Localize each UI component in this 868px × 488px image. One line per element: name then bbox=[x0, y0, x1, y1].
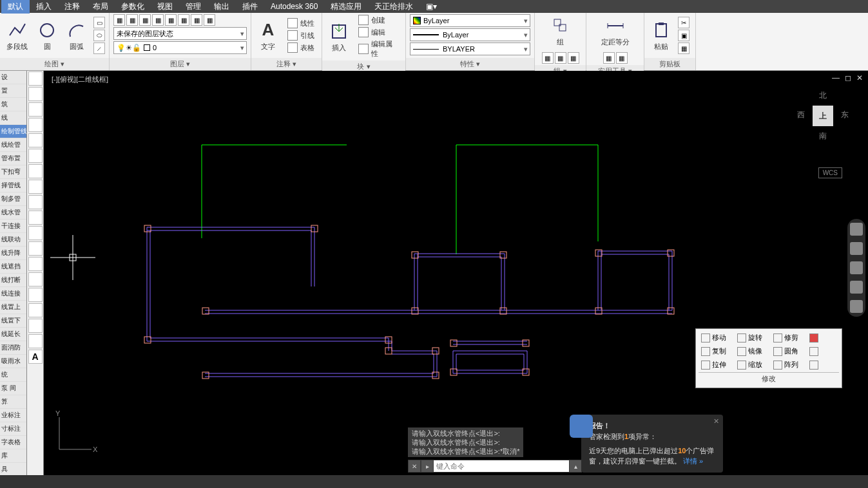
revision-cloud-icon[interactable] bbox=[28, 180, 43, 194]
layer-tool-icon[interactable]: ▦ bbox=[165, 14, 177, 26]
util-small-button[interactable]: ▦ bbox=[603, 52, 615, 64]
hatch-tool-icon[interactable] bbox=[28, 288, 43, 302]
array-button[interactable]: 阵列 bbox=[771, 359, 803, 371]
sidebar-item[interactable]: 线水管 bbox=[0, 206, 26, 220]
menu-item[interactable]: Autodesk 360 bbox=[264, 1, 324, 12]
layer-state-combo[interactable]: 未保存的图层状态 bbox=[113, 27, 247, 40]
menu-item[interactable]: 插件 bbox=[236, 0, 264, 14]
gradient-tool-icon[interactable] bbox=[28, 303, 43, 317]
match-icon[interactable]: ▦ bbox=[678, 42, 690, 54]
menu-item[interactable]: 注释 bbox=[58, 0, 86, 14]
construction-line-icon[interactable] bbox=[28, 87, 43, 101]
menu-item[interactable]: 管理 bbox=[179, 0, 207, 14]
table-button[interactable]: 表格 bbox=[285, 42, 317, 53]
zoom-icon[interactable] bbox=[850, 261, 863, 274]
util-small-button[interactable]: ▦ bbox=[616, 52, 628, 64]
popup-close-icon[interactable]: ✕ bbox=[713, 417, 719, 426]
sidebar-item[interactable]: 制多管 bbox=[0, 192, 26, 206]
menu-item[interactable]: 默认 bbox=[1, 0, 30, 14]
polygon-tool-icon[interactable] bbox=[28, 118, 43, 132]
pan-icon[interactable] bbox=[850, 242, 863, 255]
circle-button[interactable]: 圆 bbox=[34, 19, 60, 53]
viewcube-south[interactable]: 南 bbox=[819, 131, 827, 142]
move-button[interactable]: 移动 bbox=[699, 332, 731, 344]
sidebar-item[interactable]: 线打断 bbox=[0, 274, 26, 287]
sidebar-item[interactable]: 线 bbox=[0, 111, 26, 125]
ellipse-arc-icon[interactable] bbox=[28, 226, 43, 240]
sidebar-item[interactable]: 业标注 bbox=[0, 409, 26, 422]
viewcube-east[interactable]: 东 bbox=[841, 109, 849, 120]
orbit-icon[interactable] bbox=[850, 281, 863, 294]
current-layer-combo[interactable]: 💡 ☀ 🔓 0 bbox=[113, 41, 247, 54]
rotate-button[interactable]: 旋转 bbox=[735, 332, 767, 344]
insert-block-button[interactable]: 插入 bbox=[326, 20, 352, 54]
menu-item[interactable]: 布局 bbox=[86, 0, 115, 14]
leader-button[interactable]: 引线 bbox=[285, 30, 317, 41]
circle-tool-icon[interactable] bbox=[28, 164, 43, 178]
sidebar-item[interactable]: 线联动 bbox=[0, 233, 26, 247]
group-small-button[interactable]: ▦ bbox=[568, 52, 579, 64]
scale-button[interactable]: 缩放 bbox=[735, 359, 767, 371]
edit-attr-button[interactable]: 编辑属性 bbox=[356, 39, 401, 59]
sidebar-item[interactable]: 吸雨水 bbox=[0, 355, 26, 368]
cmd-recent-icon[interactable]: ▸ bbox=[421, 460, 433, 472]
panel-title[interactable]: 特性 ▾ bbox=[406, 58, 534, 70]
sidebar-item[interactable]: 设 bbox=[0, 71, 26, 84]
ellipse-tool-icon[interactable] bbox=[28, 211, 43, 225]
sidebar-item[interactable]: 寸标注 bbox=[0, 422, 26, 436]
wcs-label[interactable]: WCS bbox=[818, 167, 842, 178]
popup-details-link[interactable]: 详情 » bbox=[683, 457, 703, 465]
view-cube[interactable]: 北 南 西 东 上 bbox=[797, 90, 849, 142]
copy-button[interactable]: 复制 bbox=[699, 345, 731, 357]
fillet-button[interactable]: 圆角 bbox=[771, 345, 803, 357]
create-block-button[interactable]: 创建 bbox=[356, 14, 401, 26]
group-small-button[interactable]: ▦ bbox=[555, 52, 566, 64]
sidebar-item[interactable]: 库 bbox=[0, 449, 26, 463]
insert-block-icon[interactable] bbox=[28, 241, 43, 256]
drawing-canvas[interactable]: [-][俯视][二维线框] — ◻ ✕ bbox=[44, 71, 868, 475]
sidebar-item[interactable]: 统 bbox=[0, 368, 26, 382]
color-combo[interactable]: ByLayer bbox=[410, 14, 530, 27]
draw-small-button[interactable]: ⬭ bbox=[93, 30, 105, 41]
showmotion-icon[interactable] bbox=[850, 300, 863, 313]
menu-item[interactable]: 天正给排水 bbox=[368, 0, 420, 14]
sidebar-item[interactable]: 线置下 bbox=[0, 314, 26, 328]
cmd-expand-icon[interactable]: ▴ bbox=[570, 460, 581, 472]
arc-tool-icon[interactable] bbox=[28, 149, 43, 163]
layer-tool-icon[interactable]: ▦ bbox=[139, 14, 151, 26]
trim-button[interactable]: 修剪 bbox=[771, 332, 803, 344]
menu-item[interactable]: 插入 bbox=[30, 0, 58, 14]
group-button[interactable]: 组 bbox=[548, 14, 574, 48]
line-tool-icon[interactable] bbox=[28, 71, 43, 86]
menu-item[interactable]: 输出 bbox=[207, 0, 236, 14]
text-button[interactable]: A 文字 bbox=[255, 19, 281, 53]
sidebar-item[interactable]: 字表格 bbox=[0, 436, 26, 449]
lineweight-combo[interactable]: ByLayer bbox=[410, 28, 530, 41]
sidebar-item[interactable]: 线置上 bbox=[0, 301, 26, 314]
viewcube-west[interactable]: 西 bbox=[797, 109, 805, 120]
panel-title[interactable]: 图层 ▾ bbox=[110, 58, 251, 70]
menu-panel-toggle-icon[interactable]: ▣▾ bbox=[420, 1, 443, 12]
menu-item[interactable]: 精选应用 bbox=[324, 0, 368, 14]
measure-button[interactable]: 定距等分 bbox=[599, 14, 632, 48]
mtext-tool-icon[interactable]: A bbox=[28, 350, 43, 364]
layer-tool-icon[interactable]: ▦ bbox=[204, 14, 215, 26]
sidebar-item[interactable]: 置 bbox=[0, 84, 26, 98]
point-tool-icon[interactable] bbox=[28, 272, 43, 286]
steering-wheel-icon[interactable] bbox=[850, 223, 863, 236]
sidebar-item[interactable]: 算 bbox=[0, 395, 26, 409]
panel-title[interactable]: 绘图 ▾ bbox=[0, 58, 109, 70]
sidebar-item[interactable]: 下扣弯 bbox=[0, 165, 26, 179]
explode-button[interactable] bbox=[807, 345, 839, 357]
panel-title[interactable]: 修改 bbox=[699, 372, 839, 385]
layer-tool-icon[interactable]: ▦ bbox=[191, 14, 202, 26]
cut-icon[interactable]: ✂ bbox=[678, 17, 690, 28]
offset-button[interactable] bbox=[807, 359, 839, 371]
sidebar-item[interactable]: 线延长 bbox=[0, 328, 26, 341]
sidebar-item[interactable]: 线遮挡 bbox=[0, 260, 26, 274]
menu-item[interactable]: 参数化 bbox=[115, 0, 151, 14]
draw-small-button[interactable]: ▭ bbox=[93, 17, 105, 28]
table-tool-icon[interactable] bbox=[28, 334, 43, 348]
make-block-icon[interactable] bbox=[28, 257, 43, 271]
sidebar-item[interactable]: 干连接 bbox=[0, 220, 26, 233]
